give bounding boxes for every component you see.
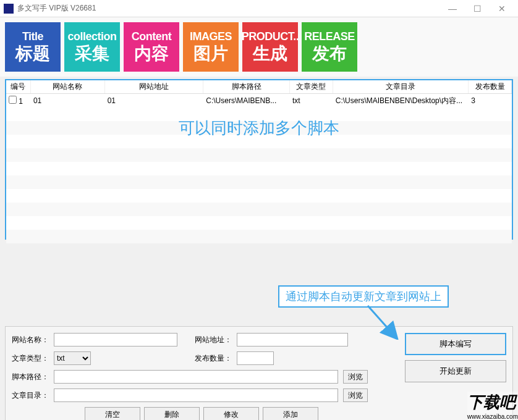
app-icon <box>4 4 14 14</box>
type-select[interactable]: txt <box>54 351 91 365</box>
svg-line-0 <box>368 306 393 334</box>
content-button[interactable]: Content内容 <box>124 22 179 72</box>
col-name[interactable]: 网站名称 <box>31 80 105 93</box>
close-button[interactable]: ✕ <box>490 0 514 17</box>
count-input[interactable] <box>237 351 274 365</box>
site-addr-input[interactable] <box>237 333 348 346</box>
form-panel: 网站名称： 网站地址： 文章类型： txt 发布数量： 脚本路径： 浏览 文章目… <box>5 326 513 420</box>
script-path-input[interactable] <box>54 370 338 384</box>
script-grid: 编号 网站名称 网站地址 脚本路径 文章类型 文章目录 发布数量 1 01 01… <box>5 79 513 240</box>
main-toolbar: Title标题 collection采集 Content内容 IMAGES图片 … <box>0 17 518 77</box>
title-button[interactable]: Title标题 <box>5 22 61 72</box>
col-id[interactable]: 编号 <box>6 80 31 93</box>
start-update-button[interactable]: 开始更新 <box>405 360 506 382</box>
annotation-arrow-icon <box>362 303 399 340</box>
grid-header: 编号 网站名称 网站地址 脚本路径 文章类型 文章目录 发布数量 <box>6 80 512 94</box>
browse-dir-button[interactable]: 浏览 <box>343 388 368 402</box>
col-dir[interactable]: 文章目录 <box>333 80 469 93</box>
images-button[interactable]: IMAGES图片 <box>183 22 239 72</box>
col-script[interactable]: 脚本路径 <box>203 80 290 93</box>
delete-button[interactable]: 删除 <box>144 407 200 420</box>
maximize-button[interactable]: ☐ <box>465 0 490 17</box>
col-count[interactable]: 发布数量 <box>469 80 512 93</box>
release-button[interactable]: RELEASE发布 <box>302 22 357 72</box>
window-title: 多文写手 VIP版 V26681 <box>17 3 440 14</box>
modify-button[interactable]: 修改 <box>203 407 259 420</box>
titlebar: 多文写手 VIP版 V26681 — ☐ ✕ <box>0 0 518 17</box>
count-label: 发布数量： <box>195 353 232 364</box>
browse-script-button[interactable]: 浏览 <box>343 370 368 384</box>
site-name-label: 网站名称： <box>12 335 49 345</box>
script-edit-button[interactable]: 脚本编写 <box>405 333 506 355</box>
dir-label: 文章目录： <box>12 390 49 401</box>
site-addr-label: 网站地址： <box>195 335 232 345</box>
clear-button[interactable]: 清空 <box>85 407 140 420</box>
col-addr[interactable]: 网站地址 <box>105 80 204 93</box>
site-name-input[interactable] <box>54 333 177 346</box>
table-row[interactable]: 1 01 01 C:\Users\MAIBENB... txt C:\Users… <box>6 94 512 107</box>
col-type[interactable]: 文章类型 <box>290 80 333 93</box>
collection-button[interactable]: collection采集 <box>64 22 120 72</box>
row-checkbox[interactable] <box>9 96 17 104</box>
article-dir-input[interactable] <box>54 388 338 402</box>
product-button[interactable]: PRODUCT..生成 <box>242 22 298 72</box>
add-button[interactable]: 添加 <box>263 407 318 420</box>
minimize-button[interactable]: — <box>440 0 465 17</box>
type-label: 文章类型： <box>12 353 49 364</box>
script-label: 脚本路径： <box>12 372 49 382</box>
annotation-overlay: 可以同时添加多个脚本 <box>6 117 512 139</box>
